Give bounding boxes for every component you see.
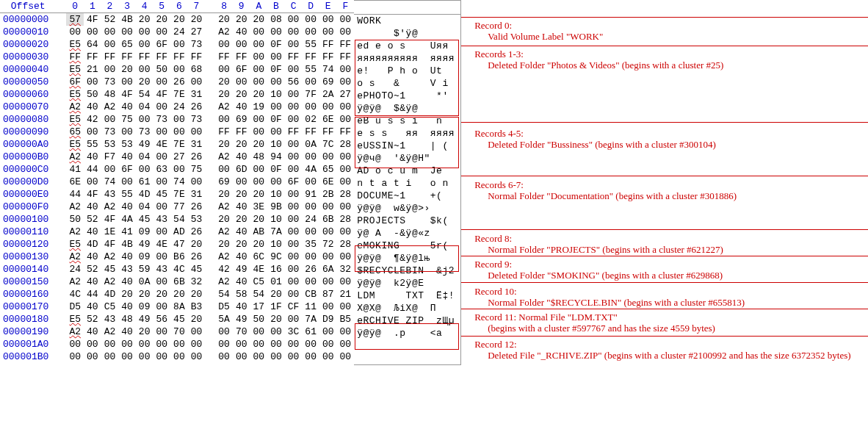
hex-cell[interactable]: 20: [170, 288, 188, 301]
hex-cell[interactable]: 00: [136, 163, 153, 176]
hex-cell[interactable]: 20: [136, 288, 153, 301]
hex-cell[interactable]: FF: [66, 51, 84, 63]
hex-cell[interactable]: 00: [302, 276, 319, 288]
hex-cell[interactable]: 40: [118, 101, 136, 113]
hex-cell[interactable]: 00: [233, 76, 250, 88]
hex-cell[interactable]: 40: [118, 301, 136, 313]
hex-row[interactable]: 00000180E5524348495645205A495020007AD9B5: [0, 313, 354, 325]
hex-row[interactable]: 000000906500730073000000FFFF0000FFFFFFFF: [0, 126, 354, 138]
hex-cell[interactable]: 00: [250, 51, 268, 63]
hex-cell[interactable]: 00: [215, 113, 233, 126]
hex-cell[interactable]: 20: [215, 238, 233, 251]
hex-cell[interactable]: 2A: [319, 88, 337, 101]
hex-cell[interactable]: 00: [84, 26, 101, 38]
hex-cell[interactable]: 00: [101, 338, 119, 350]
hex-cell[interactable]: 00: [118, 350, 136, 363]
hex-cell[interactable]: 00: [302, 151, 319, 163]
hex-row[interactable]: 00000170D540C54009008AB3D540171FCF110000: [0, 301, 354, 313]
hex-cell[interactable]: 43: [153, 213, 170, 226]
hex-cell[interactable]: 6E: [319, 113, 337, 126]
hex-cell[interactable]: 00: [250, 126, 268, 138]
hex-cell[interactable]: 00: [233, 338, 250, 350]
hex-cell[interactable]: 20: [215, 88, 233, 101]
hex-cell[interactable]: 00: [337, 338, 355, 350]
hex-cell[interactable]: 20: [118, 288, 136, 301]
hex-cell[interactable]: 00: [285, 338, 303, 350]
hex-cell[interactable]: 00: [337, 276, 355, 288]
hex-cell[interactable]: 24: [170, 26, 188, 38]
hex-cell[interactable]: 00: [285, 201, 303, 213]
hex-cell[interactable]: 00: [337, 163, 355, 176]
hex-cell[interactable]: 00: [285, 276, 303, 288]
hex-cell[interactable]: 20: [215, 13, 233, 26]
hex-cell[interactable]: 40: [233, 301, 250, 313]
hex-cell[interactable]: 53: [101, 138, 119, 151]
hex-cell[interactable]: 6F: [153, 38, 170, 51]
hex-cell[interactable]: 00: [319, 350, 337, 363]
hex-cell[interactable]: 01: [267, 276, 285, 288]
hex-cell[interactable]: D5: [66, 301, 84, 313]
ascii-row[interactable]: n t a t i o n: [354, 177, 460, 190]
offset-cell[interactable]: 000000E0: [0, 188, 56, 201]
hex-cell[interactable]: 00: [153, 226, 170, 238]
hex-cell[interactable]: 00: [136, 38, 153, 51]
hex-cell[interactable]: 45: [101, 263, 119, 276]
hex-cell[interactable]: 00: [215, 38, 233, 51]
hex-cell[interactable]: D5: [215, 301, 233, 313]
hex-row[interactable]: 000001604C444D20202020205458542000CB8721: [0, 288, 354, 301]
hex-cell[interactable]: 7C: [319, 138, 337, 151]
hex-cell[interactable]: 10: [267, 213, 285, 226]
hex-cell[interactable]: 00: [319, 325, 337, 338]
hex-cell[interactable]: 00: [319, 151, 337, 163]
hex-cell[interactable]: 52: [84, 313, 101, 325]
hex-cell[interactable]: 48: [118, 313, 136, 325]
hex-cell[interactable]: 00: [302, 226, 319, 238]
hex-cell[interactable]: 19: [250, 101, 268, 113]
hex-cell[interactable]: 6F: [285, 176, 303, 188]
hex-cell[interactable]: 00: [170, 338, 188, 350]
hex-cell[interactable]: 50: [250, 313, 268, 325]
hex-cell[interactable]: 21: [84, 63, 101, 76]
hex-cell[interactable]: 00: [215, 350, 233, 363]
hex-cell[interactable]: 00: [250, 350, 268, 363]
hex-cell[interactable]: FF: [215, 51, 233, 63]
ascii-row[interactable]: PROJECTS $k(: [354, 215, 460, 227]
hex-cell[interactable]: CF: [285, 301, 303, 313]
hex-cell[interactable]: 00: [285, 263, 303, 276]
hex-cell[interactable]: 00: [319, 201, 337, 213]
hex-cell[interactable]: 28: [337, 188, 355, 201]
hex-cell[interactable]: 28: [337, 238, 355, 251]
hex-cell[interactable]: 00: [250, 163, 268, 176]
hex-cell[interactable]: 40: [233, 201, 250, 213]
hex-row[interactable]: 00000190A240A24020007000007000003C610000: [0, 325, 354, 338]
hex-cell[interactable]: 6C: [250, 251, 268, 263]
hex-cell[interactable]: 7E: [170, 138, 188, 151]
hex-cell[interactable]: 00: [101, 350, 119, 363]
hex-cell[interactable]: 65: [118, 38, 136, 51]
hex-cell[interactable]: A2: [66, 201, 84, 213]
hex-cell[interactable]: 00: [285, 26, 303, 38]
hex-cell[interactable]: 00: [188, 350, 206, 363]
hex-cell[interactable]: 0F: [267, 63, 285, 76]
hex-cell[interactable]: 20: [170, 13, 188, 26]
hex-cell[interactable]: E5: [66, 38, 84, 51]
hex-cell[interactable]: 26: [188, 201, 206, 213]
hex-cell[interactable]: 45: [170, 313, 188, 325]
hex-cell[interactable]: 00: [319, 13, 337, 26]
hex-cell[interactable]: 00: [153, 176, 170, 188]
hex-cell[interactable]: 00: [101, 26, 119, 38]
hex-cell[interactable]: 00: [215, 63, 233, 76]
hex-cell[interactable]: 4D: [136, 188, 153, 201]
hex-cell[interactable]: 68: [188, 63, 206, 76]
hex-cell[interactable]: 32: [337, 263, 355, 276]
offset-cell[interactable]: 00000140: [0, 263, 56, 276]
hex-cell[interactable]: 6A: [319, 263, 337, 276]
hex-cell[interactable]: 00: [302, 76, 319, 88]
hex-cell[interactable]: 00: [188, 126, 206, 138]
ascii-row[interactable]: ÿ@ÿ@ w&ÿ@>›: [354, 202, 460, 215]
ascii-row[interactable]: еUSSIN~1 | (: [354, 140, 460, 152]
hex-cell[interactable]: 31: [188, 88, 206, 101]
hex-cell[interactable]: 00: [267, 51, 285, 63]
offset-cell[interactable]: 00000120: [0, 238, 56, 251]
hex-cell[interactable]: 4F: [101, 213, 119, 226]
